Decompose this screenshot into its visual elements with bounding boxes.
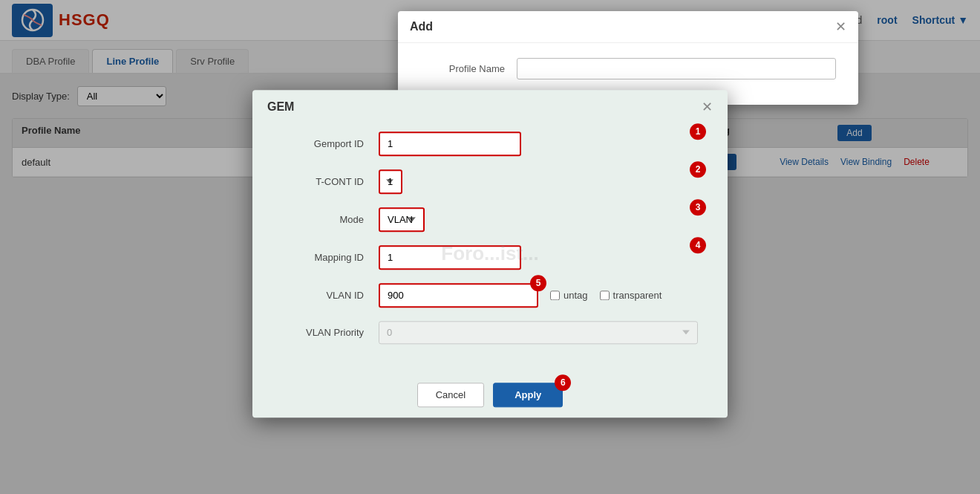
tcont-id-label: T-CONT ID bbox=[282, 176, 379, 187]
profile-name-row: Profile Name bbox=[420, 58, 836, 79]
gem-dialog: GEM ✕ Gemport ID 1 T-CONT ID 1 2 3 2 bbox=[252, 90, 728, 417]
mode-label: Mode bbox=[282, 214, 379, 225]
transparent-label: transparent bbox=[613, 290, 662, 301]
step-badge-1: 1 bbox=[690, 123, 706, 140]
gemport-id-wrapper: 1 bbox=[379, 131, 698, 156]
vlan-id-label: VLAN ID bbox=[282, 290, 379, 301]
tcont-id-row: T-CONT ID 1 2 3 2 bbox=[282, 169, 698, 194]
add-dialog-title: Add bbox=[410, 20, 433, 33]
gem-dialog-footer: Cancel Apply 6 bbox=[252, 372, 728, 417]
apply-button[interactable]: Apply bbox=[493, 383, 563, 407]
gemport-id-label: Gemport ID bbox=[282, 138, 379, 149]
step-badge-4: 4 bbox=[690, 237, 706, 253]
mode-select[interactable]: VLAN TLS Bridge bbox=[379, 207, 425, 232]
mapping-id-wrapper: 4 bbox=[379, 245, 698, 270]
add-dialog-close-button[interactable]: ✕ bbox=[835, 20, 846, 33]
vlan-id-group: 5 untag transparent bbox=[379, 283, 698, 308]
vlan-id-input[interactable] bbox=[379, 283, 538, 308]
mode-row: Mode VLAN TLS Bridge 3 bbox=[282, 207, 698, 232]
untag-label: untag bbox=[564, 290, 588, 301]
step-badge-2: 2 bbox=[690, 161, 706, 178]
vlan-id-row: VLAN ID 5 untag transparent bbox=[282, 283, 698, 308]
step-badge-6: 6 bbox=[555, 374, 571, 391]
gem-dialog-body: Gemport ID 1 T-CONT ID 1 2 3 2 Mode bbox=[252, 124, 728, 372]
mapping-id-label: Mapping ID bbox=[282, 252, 379, 263]
cancel-button[interactable]: Cancel bbox=[417, 383, 484, 407]
apply-btn-wrapper: Apply 6 bbox=[493, 383, 563, 407]
gemport-id-input[interactable] bbox=[379, 131, 521, 156]
vlan-priority-select[interactable]: 0 1 2 bbox=[379, 321, 698, 344]
tcont-id-select[interactable]: 1 2 3 bbox=[379, 169, 402, 194]
add-dialog-title-bar: Add ✕ bbox=[398, 11, 858, 43]
transparent-checkbox[interactable] bbox=[600, 290, 610, 300]
step-badge-5: 5 bbox=[530, 275, 546, 291]
mode-wrapper: VLAN TLS Bridge 3 bbox=[379, 207, 698, 232]
profile-name-label: Profile Name bbox=[420, 63, 517, 74]
vlan-priority-label: VLAN Priority bbox=[282, 327, 379, 338]
transparent-checkbox-label[interactable]: transparent bbox=[600, 290, 662, 301]
vlan-priority-row: VLAN Priority 0 1 2 bbox=[282, 321, 698, 344]
gem-close-button[interactable]: ✕ bbox=[702, 100, 713, 114]
step-badge-3: 3 bbox=[690, 199, 706, 215]
tcont-id-wrapper: 1 2 3 2 bbox=[379, 169, 698, 194]
gem-dialog-title: GEM bbox=[267, 100, 294, 114]
profile-name-input[interactable] bbox=[517, 58, 836, 79]
gem-title-bar: GEM ✕ bbox=[252, 90, 728, 124]
mapping-id-input[interactable] bbox=[379, 245, 521, 270]
mapping-id-row: Mapping ID 4 bbox=[282, 245, 698, 270]
gemport-id-row: Gemport ID 1 bbox=[282, 131, 698, 156]
untag-checkbox[interactable] bbox=[550, 290, 560, 300]
untag-checkbox-label[interactable]: untag bbox=[550, 290, 588, 301]
